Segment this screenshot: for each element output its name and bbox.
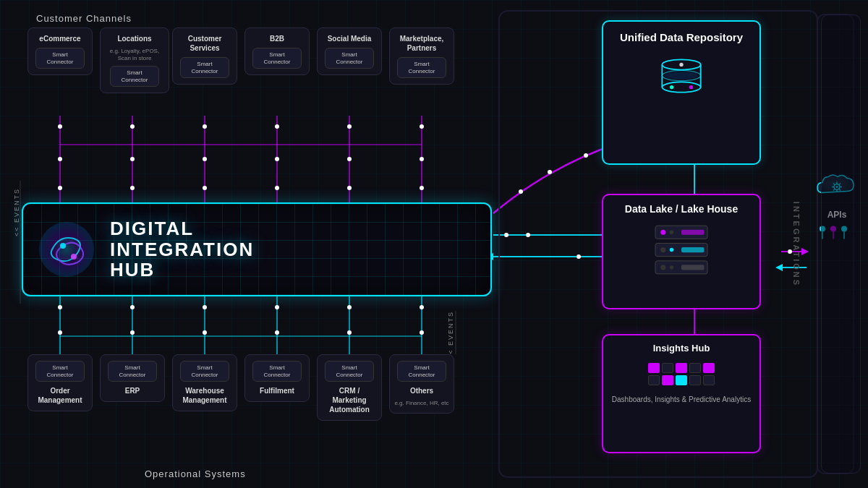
svg-point-28 [130, 305, 135, 309]
b2b-title: B2B [270, 34, 284, 43]
locations-subtitle: e.g. Loyalty, ePOS, Scan in store [105, 48, 164, 61]
svg-point-17 [347, 124, 352, 129]
svg-point-89 [660, 265, 665, 270]
svg-point-15 [275, 186, 279, 190]
svg-point-6 [130, 157, 135, 161]
smart-connector-customer-services: SmartConnector [180, 57, 229, 78]
marketplace-title: Marketplace, Partners [394, 34, 449, 53]
svg-point-5 [130, 124, 135, 129]
erp-title: ERP [125, 386, 140, 395]
svg-rect-91 [681, 265, 705, 270]
svg-point-49 [519, 189, 523, 194]
card-erp: SmartConnector ERP [100, 354, 165, 402]
svg-point-38 [347, 330, 352, 335]
svg-point-48 [576, 254, 581, 259]
svg-marker-58 [801, 248, 809, 255]
svg-marker-61 [775, 264, 783, 271]
card-others: SmartConnector Others e.g. Finance, HR, … [389, 354, 454, 414]
card-ecommerce: eCommerce SmartConnector [27, 27, 93, 75]
svg-point-21 [420, 124, 424, 129]
svg-point-70 [71, 254, 77, 260]
udr-title: Unified Data Repository [620, 30, 743, 45]
smart-connector-locations: SmartConnector [110, 66, 159, 87]
svg-point-85 [660, 247, 665, 252]
svg-point-59 [788, 249, 792, 254]
smart-connector-warehouse: SmartConnector [180, 361, 229, 382]
svg-point-79 [665, 72, 697, 80]
svg-point-14 [275, 157, 279, 161]
server-rack-icon [649, 221, 714, 279]
svg-point-22 [420, 157, 424, 161]
svg-point-81 [660, 230, 665, 235]
card-crm: SmartConnector CRM / Marketing Automatio… [317, 354, 382, 421]
svg-point-77 [689, 85, 693, 88]
digital-integration-hub: DIGITALINTEGRATIONHUB [22, 202, 492, 296]
svg-point-19 [347, 186, 352, 190]
svg-point-41 [420, 330, 424, 335]
svg-point-76 [670, 85, 673, 88]
svg-point-13 [275, 124, 279, 129]
diagram-container: Customer Channels Operational Systems <<… [0, 0, 868, 488]
svg-point-51 [584, 153, 588, 158]
svg-point-74 [662, 82, 700, 92]
svg-point-2 [58, 157, 62, 161]
card-marketplace: Marketplace, Partners SmartConnector [389, 27, 454, 85]
svg-point-31 [203, 305, 207, 309]
svg-point-3 [58, 186, 62, 190]
svg-rect-83 [681, 230, 705, 235]
integrations-panel [821, 14, 861, 474]
svg-point-44 [504, 233, 509, 237]
smart-connector-marketplace: SmartConnector [397, 57, 446, 78]
smart-connector-others: SmartConnector [397, 361, 446, 382]
dih-logo [38, 221, 95, 278]
dashboard-grid-icon [648, 363, 715, 385]
svg-point-78 [679, 62, 683, 66]
smart-connector-b2b: SmartConnector [252, 48, 302, 69]
smart-connector-ecommerce: SmartConnector [35, 48, 85, 69]
customer-services-title: Customer Services [177, 34, 232, 53]
svg-point-29 [130, 330, 135, 335]
card-b2b: B2B SmartConnector [244, 27, 310, 75]
ecommerce-title: eCommerce [39, 34, 80, 43]
svg-point-68 [39, 222, 94, 277]
others-subtitle: e.g. Finance, HR, etc [394, 400, 448, 407]
svg-point-90 [670, 265, 673, 269]
svg-point-25 [58, 305, 62, 309]
svg-point-40 [420, 305, 424, 309]
smart-connector-crm: SmartConnector [325, 361, 374, 382]
svg-point-1 [58, 124, 62, 129]
svg-point-23 [420, 186, 424, 190]
warehouse-title: Warehouse Management [177, 386, 232, 405]
events-left-label: << EVENTS [13, 188, 20, 236]
svg-point-7 [130, 186, 135, 190]
svg-point-34 [275, 305, 279, 309]
svg-point-82 [670, 231, 673, 234]
svg-rect-87 [681, 247, 705, 252]
dih-text: DIGITALINTEGRATIONHUB [110, 218, 254, 281]
svg-point-50 [548, 170, 552, 174]
svg-point-9 [203, 124, 207, 129]
insights-hub: Insights Hub Dashboards, Insights & Pred… [602, 334, 761, 453]
others-title: Others [410, 386, 433, 395]
datalake-title: Data Lake / Lake House [625, 202, 738, 215]
unified-data-repository: Unified Data Repository [602, 20, 761, 165]
smart-connector-social-media: SmartConnector [325, 48, 374, 69]
svg-point-32 [203, 330, 207, 335]
insights-subtitle: Dashboards, Insights & Predictive Analyt… [612, 395, 751, 405]
customer-channels-label: Customer Channels [36, 13, 132, 24]
data-lake-box: Data Lake / Lake House [602, 194, 761, 309]
card-warehouse: SmartConnector Warehouse Management [172, 354, 237, 411]
svg-point-69 [60, 243, 66, 249]
card-order-management: SmartConnector Order Management [27, 354, 93, 411]
svg-point-37 [347, 305, 352, 309]
svg-point-35 [275, 330, 279, 335]
order-mgmt-title: Order Management [33, 386, 88, 405]
smart-connector-order-mgmt: SmartConnector [35, 361, 85, 382]
crm-title: CRM / Marketing Automation [322, 386, 377, 414]
card-social-media: Social Media SmartConnector [317, 27, 382, 75]
svg-point-10 [203, 157, 207, 161]
svg-point-26 [58, 330, 62, 335]
events-bottom-label: << EVENTS [447, 311, 454, 359]
card-customer-services: Customer Services SmartConnector [172, 27, 237, 85]
dih-title: DIGITALINTEGRATIONHUB [110, 218, 254, 281]
